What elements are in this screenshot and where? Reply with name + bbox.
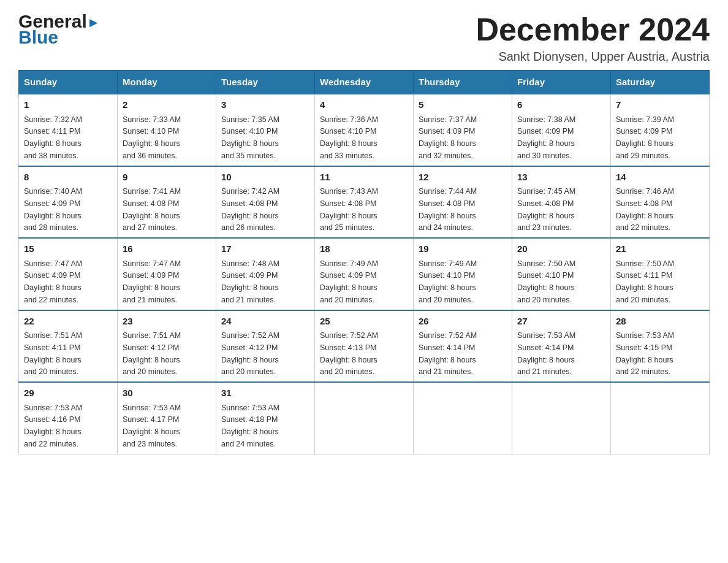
calendar-day-cell: 5 Sunrise: 7:37 AMSunset: 4:09 PMDayligh…	[414, 94, 512, 166]
day-number: 20	[517, 242, 605, 256]
day-info: Sunrise: 7:42 AMSunset: 4:08 PMDaylight:…	[221, 187, 279, 232]
day-info: Sunrise: 7:37 AMSunset: 4:09 PMDaylight:…	[419, 115, 477, 160]
calendar-header-row: Sunday Monday Tuesday Wednesday Thursday…	[19, 71, 710, 94]
calendar-day-cell: 1 Sunrise: 7:32 AMSunset: 4:11 PMDayligh…	[19, 94, 118, 166]
calendar-week-row: 1 Sunrise: 7:32 AMSunset: 4:11 PMDayligh…	[19, 94, 710, 166]
day-info: Sunrise: 7:41 AMSunset: 4:08 PMDaylight:…	[123, 187, 181, 232]
day-number: 22	[24, 315, 112, 329]
calendar-week-row: 15 Sunrise: 7:47 AMSunset: 4:09 PMDaylig…	[19, 238, 710, 310]
day-info: Sunrise: 7:47 AMSunset: 4:09 PMDaylight:…	[123, 259, 181, 304]
col-wednesday: Wednesday	[315, 71, 414, 94]
day-info: Sunrise: 7:52 AMSunset: 4:12 PMDaylight:…	[221, 331, 279, 376]
day-number: 21	[616, 242, 704, 256]
day-info: Sunrise: 7:49 AMSunset: 4:09 PMDaylight:…	[320, 259, 378, 304]
day-number: 17	[221, 242, 309, 256]
month-title: December 2024	[476, 12, 710, 47]
day-number: 16	[123, 242, 211, 256]
day-number: 29	[24, 386, 112, 400]
day-info: Sunrise: 7:43 AMSunset: 4:08 PMDaylight:…	[320, 187, 378, 232]
calendar-day-cell: 15 Sunrise: 7:47 AMSunset: 4:09 PMDaylig…	[19, 238, 118, 310]
day-info: Sunrise: 7:53 AMSunset: 4:15 PMDaylight:…	[616, 331, 674, 376]
day-info: Sunrise: 7:53 AMSunset: 4:17 PMDaylight:…	[123, 404, 181, 448]
day-number: 2	[123, 98, 211, 112]
calendar-day-cell: 23 Sunrise: 7:51 AMSunset: 4:12 PMDaylig…	[118, 310, 216, 383]
calendar-day-cell: 16 Sunrise: 7:47 AMSunset: 4:09 PMDaylig…	[118, 238, 216, 310]
page-header: General► Blue December 2024 Sankt Dionys…	[18, 12, 710, 64]
day-number: 7	[616, 98, 704, 112]
calendar-day-cell: 12 Sunrise: 7:44 AMSunset: 4:08 PMDaylig…	[414, 166, 512, 239]
calendar-day-cell: 26 Sunrise: 7:52 AMSunset: 4:14 PMDaylig…	[414, 310, 512, 383]
day-info: Sunrise: 7:32 AMSunset: 4:11 PMDaylight:…	[24, 115, 82, 160]
col-friday: Friday	[512, 71, 611, 94]
day-info: Sunrise: 7:40 AMSunset: 4:09 PMDaylight:…	[24, 187, 82, 232]
day-info: Sunrise: 7:47 AMSunset: 4:09 PMDaylight:…	[24, 259, 82, 304]
calendar-day-cell: 25 Sunrise: 7:52 AMSunset: 4:13 PMDaylig…	[315, 310, 414, 383]
day-info: Sunrise: 7:53 AMSunset: 4:18 PMDaylight:…	[221, 404, 279, 448]
day-info: Sunrise: 7:48 AMSunset: 4:09 PMDaylight:…	[221, 259, 279, 304]
day-info: Sunrise: 7:39 AMSunset: 4:09 PMDaylight:…	[616, 115, 674, 160]
calendar-day-cell: 19 Sunrise: 7:49 AMSunset: 4:10 PMDaylig…	[414, 238, 512, 310]
day-number: 30	[123, 386, 211, 400]
day-number: 4	[320, 98, 408, 112]
calendar-day-cell: 8 Sunrise: 7:40 AMSunset: 4:09 PMDayligh…	[19, 166, 118, 239]
day-number: 12	[419, 170, 507, 185]
logo-arrow-icon: ►	[87, 16, 100, 29]
day-number: 24	[221, 315, 309, 329]
day-number: 18	[320, 242, 408, 256]
day-number: 8	[24, 170, 112, 185]
day-info: Sunrise: 7:50 AMSunset: 4:11 PMDaylight:…	[616, 259, 674, 304]
day-info: Sunrise: 7:52 AMSunset: 4:14 PMDaylight:…	[419, 331, 477, 376]
day-number: 15	[24, 242, 112, 256]
day-info: Sunrise: 7:33 AMSunset: 4:10 PMDaylight:…	[123, 115, 181, 160]
day-number: 3	[221, 98, 309, 112]
calendar-day-cell: 22 Sunrise: 7:51 AMSunset: 4:11 PMDaylig…	[19, 310, 118, 383]
calendar-day-cell: 24 Sunrise: 7:52 AMSunset: 4:12 PMDaylig…	[216, 310, 315, 383]
day-number: 13	[517, 170, 605, 185]
day-number: 11	[320, 170, 408, 185]
day-info: Sunrise: 7:35 AMSunset: 4:10 PMDaylight:…	[221, 115, 279, 160]
day-info: Sunrise: 7:53 AMSunset: 4:14 PMDaylight:…	[517, 331, 575, 376]
day-number: 14	[616, 170, 704, 185]
day-info: Sunrise: 7:52 AMSunset: 4:13 PMDaylight:…	[320, 331, 378, 376]
calendar-day-cell: 29 Sunrise: 7:53 AMSunset: 4:16 PMDaylig…	[19, 382, 118, 454]
calendar-day-cell: 31 Sunrise: 7:53 AMSunset: 4:18 PMDaylig…	[216, 382, 315, 454]
day-number: 31	[221, 386, 309, 400]
day-info: Sunrise: 7:51 AMSunset: 4:12 PMDaylight:…	[123, 331, 181, 376]
day-info: Sunrise: 7:49 AMSunset: 4:10 PMDaylight:…	[419, 259, 477, 304]
col-thursday: Thursday	[414, 71, 512, 94]
day-number: 25	[320, 315, 408, 329]
col-monday: Monday	[118, 71, 216, 94]
calendar-day-cell: 27 Sunrise: 7:53 AMSunset: 4:14 PMDaylig…	[512, 310, 611, 383]
day-info: Sunrise: 7:45 AMSunset: 4:08 PMDaylight:…	[517, 187, 575, 232]
day-info: Sunrise: 7:50 AMSunset: 4:10 PMDaylight:…	[517, 259, 575, 304]
calendar-day-cell: 17 Sunrise: 7:48 AMSunset: 4:09 PMDaylig…	[216, 238, 315, 310]
calendar-day-cell: 21 Sunrise: 7:50 AMSunset: 4:11 PMDaylig…	[611, 238, 710, 310]
calendar-day-cell: 7 Sunrise: 7:39 AMSunset: 4:09 PMDayligh…	[611, 94, 710, 166]
calendar-day-cell: 11 Sunrise: 7:43 AMSunset: 4:08 PMDaylig…	[315, 166, 414, 239]
day-number: 28	[616, 315, 704, 329]
location-title: Sankt Dionysen, Upper Austria, Austria	[476, 50, 710, 64]
calendar-week-row: 22 Sunrise: 7:51 AMSunset: 4:11 PMDaylig…	[19, 310, 710, 383]
calendar-day-cell: 20 Sunrise: 7:50 AMSunset: 4:10 PMDaylig…	[512, 238, 611, 310]
calendar-day-cell: 14 Sunrise: 7:46 AMSunset: 4:08 PMDaylig…	[611, 166, 710, 239]
day-number: 9	[123, 170, 211, 185]
col-sunday: Sunday	[19, 71, 118, 94]
calendar-day-cell: 2 Sunrise: 7:33 AMSunset: 4:10 PMDayligh…	[118, 94, 216, 166]
calendar-day-cell	[315, 382, 414, 454]
day-info: Sunrise: 7:38 AMSunset: 4:09 PMDaylight:…	[517, 115, 575, 160]
day-number: 19	[419, 242, 507, 256]
day-info: Sunrise: 7:51 AMSunset: 4:11 PMDaylight:…	[24, 331, 82, 376]
calendar-day-cell: 4 Sunrise: 7:36 AMSunset: 4:10 PMDayligh…	[315, 94, 414, 166]
day-number: 1	[24, 98, 112, 112]
day-info: Sunrise: 7:36 AMSunset: 4:10 PMDaylight:…	[320, 115, 378, 160]
day-info: Sunrise: 7:46 AMSunset: 4:08 PMDaylight:…	[616, 187, 674, 232]
day-number: 10	[221, 170, 309, 185]
calendar-day-cell: 6 Sunrise: 7:38 AMSunset: 4:09 PMDayligh…	[512, 94, 611, 166]
calendar-day-cell	[611, 382, 710, 454]
calendar-day-cell: 9 Sunrise: 7:41 AMSunset: 4:08 PMDayligh…	[118, 166, 216, 239]
day-number: 5	[419, 98, 507, 112]
day-number: 27	[517, 315, 605, 329]
calendar-week-row: 8 Sunrise: 7:40 AMSunset: 4:09 PMDayligh…	[19, 166, 710, 239]
day-info: Sunrise: 7:53 AMSunset: 4:16 PMDaylight:…	[24, 404, 82, 448]
day-info: Sunrise: 7:44 AMSunset: 4:08 PMDaylight:…	[419, 187, 477, 232]
